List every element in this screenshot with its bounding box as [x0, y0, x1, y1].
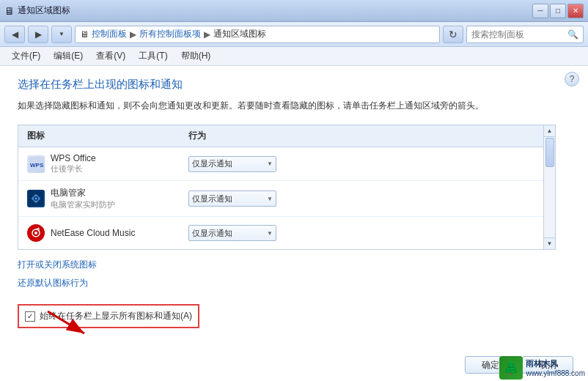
table-body: WPS WPS Office 仕後学长 仅显示通知 ▼	[18, 147, 555, 249]
window-title: 通知区域图标	[18, 4, 70, 17]
pcmgr-behavior-text: 仅显示通知	[192, 193, 232, 204]
scrollbar-thumb[interactable]	[545, 138, 554, 167]
address-path: 🖥 控制面板 ▶ 所有控制面板项 ▶ 通知区域图标	[75, 26, 440, 43]
watermark-icon: 🌲	[499, 356, 523, 380]
svg-line-11	[48, 311, 84, 333]
table-scrollbar: ▲ ▼	[543, 125, 555, 249]
restore-section: 还原默认图标行为	[18, 277, 570, 289]
menu-edit[interactable]: 编辑(E)	[48, 48, 89, 64]
close-button[interactable]: ✕	[567, 4, 584, 18]
wps-text: WPS Office 仕後学长	[51, 153, 96, 174]
path-current: 通知区域图标	[213, 28, 266, 40]
icon-cell: WPS WPS Office 仕後学长	[27, 153, 188, 174]
pcmgr-icon	[27, 190, 45, 207]
wps-name: WPS Office	[51, 153, 96, 163]
col-icon-header: 图标	[27, 130, 188, 142]
netease-name: NetEase Cloud Music	[51, 228, 135, 238]
page-description: 如果选择隐藏图标和通知，则不会向您通知更改和更新。若要随时查看隐藏的图标，请单击…	[18, 99, 570, 113]
page-title: 选择在任务栏上出现的图标和通知	[18, 78, 570, 92]
wps-dropdown-icon: ▼	[267, 160, 273, 167]
pcmgr-dropdown-icon: ▼	[267, 196, 273, 202]
path-sep-2: ▶	[204, 29, 210, 40]
svg-text:WPS: WPS	[30, 162, 43, 169]
netease-behavior-select[interactable]: 仅显示通知 ▼	[188, 225, 276, 241]
netease-behavior-cell: 仅显示通知 ▼	[188, 225, 546, 241]
forward-button[interactable]: ▶	[28, 26, 48, 43]
back-button[interactable]: ◀	[4, 26, 25, 43]
scrollbar-down-button[interactable]: ▼	[544, 237, 555, 249]
netease-dropdown-icon: ▼	[267, 230, 273, 237]
minimize-button[interactable]: ─	[532, 4, 548, 18]
watermark-line1: 雨林木风	[526, 358, 585, 369]
watermark-line2: www.ylmf888.com	[526, 369, 585, 377]
search-box: 🔍	[466, 26, 584, 43]
pcmgr-text: 电脑管家 电脑管家实时防护	[51, 187, 115, 210]
table-row: WPS WPS Office 仕後学长 仅显示通知 ▼	[18, 147, 555, 181]
pcmgr-name: 电脑管家	[51, 187, 115, 199]
search-input[interactable]	[471, 29, 565, 40]
always-show-checkbox[interactable]: ✓	[25, 311, 35, 322]
restore-default-link[interactable]: 还原默认图标行为	[18, 278, 88, 288]
wps-behavior-text: 仅显示通知	[192, 158, 232, 169]
address-bar: ◀ ▶ ▼ 🖥 控制面板 ▶ 所有控制面板项 ▶ 通知区域图标 ↻ 🔍	[0, 22, 588, 47]
table-row: NetEase Cloud Music 仅显示通知 ▼	[18, 217, 555, 249]
menu-tools[interactable]: 工具(T)	[133, 48, 173, 64]
pcmgr-subtitle: 电脑管家实时防护	[51, 199, 115, 210]
path-sep-1: ▶	[130, 29, 136, 40]
svg-point-4	[35, 198, 37, 200]
help-button[interactable]: ?	[565, 72, 579, 86]
watermark-text: 雨林木风 www.ylmf888.com	[526, 358, 585, 377]
table-row: 电脑管家 电脑管家实时防护 仅显示通知 ▼	[18, 181, 555, 217]
main-content: ? 选择在任务栏上出现的图标和通知 如果选择隐藏图标和通知，则不会向您通知更改和…	[0, 66, 588, 381]
netease-text: NetEase Cloud Music	[51, 228, 135, 238]
pcmgr-behavior-select[interactable]: 仅显示通知 ▼	[188, 190, 276, 207]
dropdown-button[interactable]: ▼	[51, 26, 72, 43]
menu-view[interactable]: 查看(V)	[90, 48, 131, 64]
open-system-icons-link[interactable]: 打开或关闭系统图标	[18, 259, 97, 270]
path-root[interactable]: 控制面板	[92, 28, 127, 40]
icon-cell: 电脑管家 电脑管家实时防护	[27, 187, 188, 210]
menu-bar: 文件(F) 编辑(E) 查看(V) 工具(T) 帮助(H)	[0, 47, 588, 66]
icon-cell: NetEase Cloud Music	[27, 224, 188, 242]
watermark: 🌲 雨林木风 www.ylmf888.com	[499, 356, 585, 380]
wps-behavior-cell: 仅显示通知 ▼	[188, 156, 546, 172]
title-bar: 🖥 通知区域图标 ─ □ ✕	[0, 0, 588, 22]
title-bar-buttons: ─ □ ✕	[532, 4, 584, 18]
netease-behavior-text: 仅显示通知	[192, 228, 232, 239]
wps-icon: WPS	[27, 155, 45, 173]
netease-icon	[27, 224, 45, 242]
menu-file[interactable]: 文件(F)	[6, 48, 46, 64]
pcmgr-behavior-cell: 仅显示通知 ▼	[188, 190, 546, 207]
title-bar-left: 🖥 通知区域图标	[4, 4, 70, 17]
table-header: 图标 行为	[18, 125, 555, 147]
window-icon: 🖥	[4, 5, 15, 17]
content-area: ? 选择在任务栏上出现的图标和通知 如果选择隐藏图标和通知，则不会向您通知更改和…	[0, 66, 588, 381]
menu-help[interactable]: 帮助(H)	[175, 48, 217, 64]
wps-subtitle: 仕後学长	[51, 163, 96, 174]
red-arrow-indicator	[40, 304, 99, 341]
wps-behavior-select[interactable]: 仅显示通知 ▼	[188, 156, 276, 172]
scrollbar-track	[544, 137, 555, 237]
scrollbar-up-button[interactable]: ▲	[544, 125, 555, 137]
link-section: 打开或关闭系统图标	[18, 259, 570, 271]
maximize-button[interactable]: □	[550, 4, 566, 18]
col-behavior-header: 行为	[188, 130, 546, 142]
refresh-button[interactable]: ↻	[443, 26, 463, 43]
search-icon: 🔍	[567, 29, 578, 40]
path-middle[interactable]: 所有控制面板项	[139, 28, 201, 40]
icon-table: 图标 行为 WPS WPS Office	[18, 125, 556, 250]
svg-point-7	[34, 232, 37, 234]
